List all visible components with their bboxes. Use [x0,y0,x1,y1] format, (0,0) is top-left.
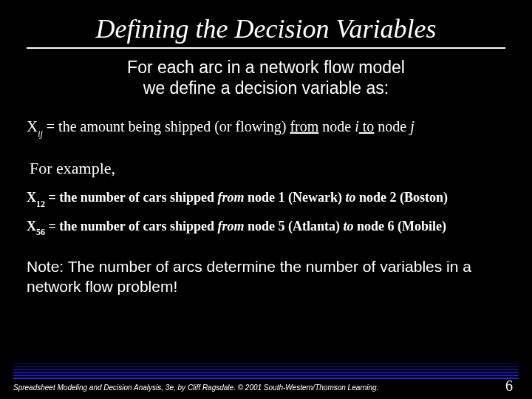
ex1-sub: 12 [36,199,45,209]
stripe [13,372,519,373]
ex1-eq: = the number of cars shipped [45,190,217,205]
intro-text: For each arc in a network flow model we … [27,58,505,98]
example-1: X12 = the number of cars shipped from no… [27,190,505,208]
note-text: Note: The number of arcs determine the n… [27,257,505,296]
slide-title: Defining the Decision Variables [27,13,505,44]
credit-line: Spreadsheet Modeling and Decision Analys… [13,383,519,392]
ex2-eq: = the number of cars shipped [45,219,217,233]
ex1-var: X [27,190,36,205]
slide: Defining the Decision Variables For each… [0,0,532,399]
footer-stripes [13,360,519,379]
ex2-var: X [27,219,36,233]
stripe [13,375,519,376]
ex1-to: to [345,190,355,205]
slide-footer: Spreadsheet Modeling and Decision Analys… [0,360,532,399]
ex2-to: to [343,219,353,233]
ex2-mid1: node 5 (Atlanta) [244,219,343,233]
stripe [13,378,519,379]
defn-var: X [27,117,38,135]
ex1-mid2: node 2 (Boston) [355,190,448,205]
stripe [13,369,519,370]
ex1-from: from [217,190,244,205]
ex2-sub: 56 [36,227,45,237]
for-example-label: For example, [30,159,505,178]
ex1-mid1: node 1 (Newark) [244,190,345,205]
defn-sub: ij [38,129,43,139]
ex2-mid2: node 6 (Mobile) [353,219,446,233]
example-2: X56 = the number of cars shipped from no… [27,219,505,237]
defn-j: j [410,118,415,134]
defn-end: node [374,118,410,134]
defn-from: from [290,118,318,134]
stripe [13,363,519,364]
defn-mid: node [318,118,355,134]
ex2-from: from [217,219,244,233]
defn-eq: = the amount being shipped (or flowing) [43,118,290,134]
stripe [13,366,519,367]
page-number: 6 [505,378,513,395]
defn-to: to [359,118,375,134]
title-rule [27,47,505,49]
intro-line-1: For each arc in a network flow model [127,58,405,77]
variable-definition: Xij = the amount being shipped (or flowi… [27,117,505,138]
intro-line-2: we define a decision variable as: [143,78,389,98]
